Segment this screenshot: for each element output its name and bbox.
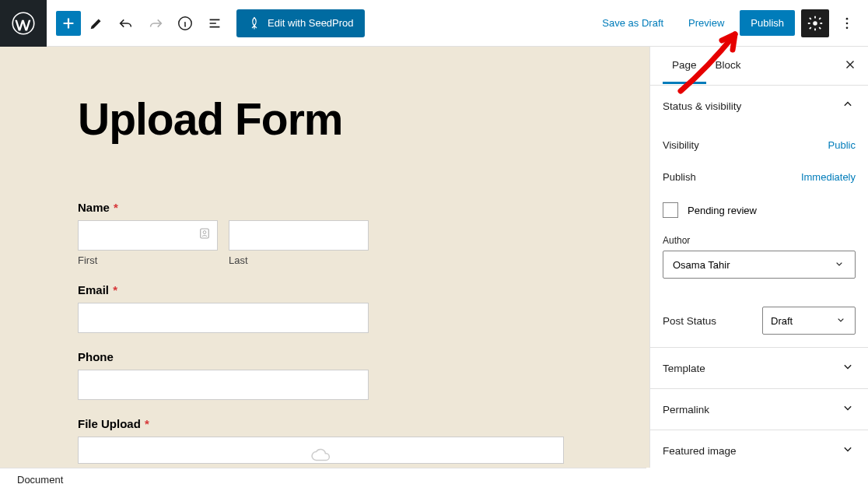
pending-review-label: Pending review: [688, 205, 757, 216]
tab-page[interactable]: Page: [663, 48, 706, 84]
publish-value[interactable]: Immediately: [801, 171, 856, 183]
author-value: Osama Tahir: [673, 259, 730, 271]
seedprod-label: Edit with SeedProd: [268, 17, 354, 29]
toolbar-left: Edit with SeedProd: [47, 9, 365, 37]
redo-button[interactable]: [142, 9, 170, 37]
breadcrumb[interactable]: Document: [17, 474, 63, 486]
required-marker: *: [145, 417, 149, 430]
preview-button[interactable]: Preview: [679, 11, 733, 35]
form-field-name: Name * First Last: [78, 201, 572, 266]
publish-button[interactable]: Publish: [740, 10, 795, 36]
close-sidebar-button[interactable]: [843, 58, 857, 75]
visibility-value[interactable]: Public: [828, 139, 856, 151]
last-sublabel: Last: [229, 254, 369, 266]
edit-seedprod-button[interactable]: Edit with SeedProd: [236, 9, 365, 37]
svg-point-3: [846, 17, 849, 19]
name-label: Name: [78, 201, 110, 214]
upload-icon: [311, 448, 331, 464]
author-label: Author: [663, 235, 856, 246]
form-field-email: Email *: [78, 283, 572, 333]
pending-review-checkbox[interactable]: [663, 202, 678, 218]
required-marker: *: [114, 201, 118, 214]
more-options-button[interactable]: [835, 9, 859, 37]
status-panel-title: Status & visibility: [663, 100, 741, 112]
phone-label: Phone: [78, 350, 572, 363]
post-status-label: Post Status: [663, 315, 716, 327]
upload-label: File Upload: [78, 417, 141, 430]
chevron-down-icon: [835, 314, 847, 328]
tab-block[interactable]: Block: [706, 48, 751, 84]
panel-head-featured-image[interactable]: Featured image: [650, 430, 868, 468]
email-input[interactable]: [78, 303, 369, 333]
panel-featured-image: Featured image: [650, 430, 868, 468]
svg-point-2: [813, 21, 817, 26]
publish-label: Publish: [663, 171, 696, 183]
panel-head-template[interactable]: Template: [650, 348, 868, 388]
settings-button[interactable]: [801, 9, 829, 37]
post-status-select[interactable]: Draft: [762, 307, 856, 335]
chevron-down-icon: [840, 400, 856, 419]
panel-permalink: Permalink: [650, 389, 868, 430]
post-status-value: Draft: [771, 315, 793, 327]
chevron-up-icon: [840, 96, 856, 115]
wordpress-logo[interactable]: [0, 0, 47, 47]
editor-footer: Document: [0, 468, 646, 491]
permalink-title: Permalink: [663, 404, 709, 416]
panel-head-status[interactable]: Status & visibility: [650, 86, 868, 126]
page-title[interactable]: Upload Form: [78, 93, 572, 145]
svg-point-7: [203, 231, 206, 234]
panel-head-permalink[interactable]: Permalink: [650, 389, 868, 430]
save-draft-button[interactable]: Save as Draft: [593, 11, 673, 35]
visibility-label: Visibility: [663, 139, 699, 151]
form-field-phone: Phone: [78, 350, 572, 400]
email-label: Email: [78, 283, 109, 296]
template-title: Template: [663, 363, 705, 374]
first-name-input[interactable]: [78, 220, 218, 251]
contact-card-icon: [198, 226, 212, 244]
sidebar-tabs: Page Block: [650, 47, 868, 86]
author-select[interactable]: Osama Tahir: [663, 251, 856, 279]
panel-status-visibility: Status & visibility Visibility Public Pu…: [650, 86, 868, 348]
edit-tool-button[interactable]: [82, 9, 110, 37]
file-upload-dropzone[interactable]: [78, 437, 564, 464]
toolbar-right: Save as Draft Preview Publish: [593, 9, 868, 37]
top-toolbar: Edit with SeedProd Save as Draft Preview…: [0, 0, 868, 47]
info-button[interactable]: [171, 9, 199, 37]
settings-sidebar: Page Block Status & visibility Visibilit…: [649, 47, 868, 468]
required-marker: *: [113, 283, 117, 296]
last-name-input[interactable]: [229, 220, 369, 251]
svg-point-4: [846, 22, 849, 24]
undo-button[interactable]: [112, 9, 140, 37]
phone-input[interactable]: [78, 370, 369, 400]
panel-template: Template: [650, 348, 868, 389]
editor-canvas: Upload Form Name * First: [0, 47, 649, 468]
svg-point-5: [846, 26, 849, 29]
chevron-down-icon: [833, 258, 845, 272]
first-sublabel: First: [78, 254, 218, 266]
featured-image-title: Featured image: [663, 445, 737, 457]
add-block-button[interactable]: [56, 11, 81, 36]
chevron-down-icon: [840, 441, 856, 460]
outline-button[interactable]: [201, 9, 229, 37]
form-field-upload: File Upload *: [78, 417, 572, 464]
chevron-down-icon: [840, 359, 856, 377]
